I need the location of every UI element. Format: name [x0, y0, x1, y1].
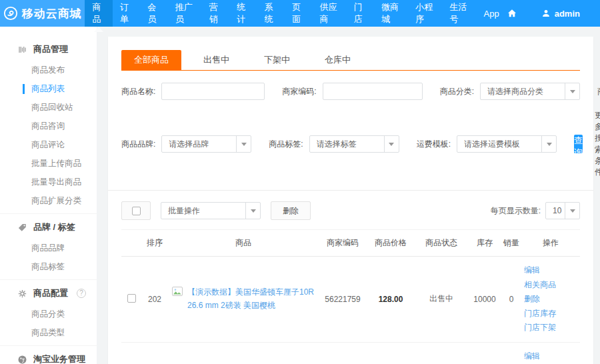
- brand-title: 移动云商城: [22, 6, 82, 21]
- nav-item-goods[interactable]: 商品: [85, 0, 112, 27]
- sidebar-item-goods-inquiry[interactable]: 商品咨询: [0, 117, 97, 135]
- group-label: 淘宝业务管理: [33, 353, 85, 364]
- stock: 568: [468, 342, 501, 364]
- brand-logo[interactable]: 移动云商城: [0, 0, 85, 27]
- goods-status-tabs: 全部商品 出售中 下架中 仓库中: [121, 37, 580, 71]
- nav-item-members[interactable]: 会员: [140, 0, 167, 27]
- column-stock: 库存: [468, 230, 501, 257]
- sidebar-item-goods-list[interactable]: 商品列表: [0, 79, 97, 98]
- sidebar-item-goods-brand[interactable]: 商品品牌: [0, 239, 97, 257]
- topbar: 移动云商城 商品 订单 会员 推广员 营销 统计 系统 页面 供应商 门店 微商…: [0, 0, 600, 27]
- goods-category-select[interactable]: 请选择商品分类: [480, 83, 580, 100]
- edit-link[interactable]: 编辑: [524, 351, 540, 361]
- goods-brand-select[interactable]: 请选择品牌: [161, 135, 251, 153]
- goods-name-label: 商品名称:: [121, 86, 155, 97]
- nav-item-orders[interactable]: 订单: [113, 0, 140, 27]
- column-checkbox: [121, 230, 141, 257]
- sidebar-group-goods-config[interactable]: 商品配置: [0, 282, 97, 305]
- product-thumbnail-icon: [172, 287, 183, 297]
- nav-item-promoters[interactable]: 推广员: [168, 0, 202, 27]
- search-button[interactable]: 查询: [574, 135, 583, 153]
- goods-kind-label: 商品种类:: [597, 86, 600, 97]
- status: 出售中: [415, 342, 468, 364]
- nav-item-lifeaccount[interactable]: 生活号: [442, 0, 476, 27]
- price: 39.00: [367, 342, 415, 364]
- column-status: 商品状态: [415, 230, 468, 257]
- group-label: 品牌 / 标签: [33, 221, 75, 233]
- chevron-down-icon: [565, 83, 579, 99]
- sidebar-item-extended-category[interactable]: 商品扩展分类: [0, 191, 97, 210]
- related-goods-link[interactable]: 相关商品: [524, 280, 556, 289]
- merchant-code-input[interactable]: [323, 83, 423, 100]
- nav-item-micromall[interactable]: 微商城: [374, 0, 408, 27]
- store-stock-link[interactable]: 门店库存: [524, 309, 556, 318]
- chevron-down-icon: [541, 136, 556, 152]
- price: 128.00: [367, 257, 415, 343]
- more-search-toggle[interactable]: 更多搜索条件: [595, 110, 600, 178]
- sort-value: 201: [141, 342, 168, 364]
- gear-icon: [17, 288, 27, 299]
- product-name-link[interactable]: 【演示数据】美国华盛顿车厘子10R 26.6 mm 2磅装 美国樱桃: [187, 286, 316, 313]
- main-content: 全部商品 出售中 下架中 仓库中 商品名称: 商家编码: 商品分类: 请选择商品…: [108, 37, 593, 364]
- chevron-down-icon: [245, 203, 260, 219]
- tag-icon: [17, 222, 27, 233]
- edit-link[interactable]: 编辑: [524, 265, 540, 275]
- sidebar-item-goods-tag[interactable]: 商品标签: [0, 257, 97, 276]
- chevron-down-icon: [565, 203, 579, 219]
- goods-tag-select[interactable]: 请选择标签: [309, 135, 399, 153]
- sidebar-item-goods-publish[interactable]: 商品发布: [0, 61, 97, 79]
- bulk-action-select[interactable]: 批量操作: [161, 202, 261, 219]
- delete-button[interactable]: 删除: [271, 201, 311, 220]
- sidebar: 商品管理 商品发布 商品列表 商品回收站 商品咨询 商品评论 批量上传商品 批量…: [0, 27, 97, 364]
- chevron-down-icon: [384, 136, 399, 152]
- user-icon: [541, 9, 551, 18]
- sidebar-item-goods-type[interactable]: 商品类型: [0, 323, 97, 342]
- column-sales: 销量: [501, 230, 521, 257]
- goods-tag-label: 商品标签:: [269, 139, 303, 150]
- user-menu[interactable]: admin: [541, 9, 580, 19]
- sidebar-item-goods-comments[interactable]: 商品评论: [0, 135, 97, 154]
- nav-item-miniprogram[interactable]: 小程序: [408, 0, 442, 27]
- home-icon[interactable]: [507, 8, 517, 19]
- freight-template-select[interactable]: 请选择运费模板: [457, 135, 557, 153]
- column-operations: 操作: [521, 230, 580, 257]
- delete-link[interactable]: 删除: [524, 294, 540, 303]
- sidebar-group-goods-management[interactable]: 商品管理: [0, 38, 97, 61]
- brand-swirl-icon: [3, 6, 18, 21]
- per-page-select[interactable]: 10: [545, 202, 580, 219]
- freight-template-label: 运费模板:: [417, 139, 451, 150]
- store-offshelf-link[interactable]: 门店下架: [524, 323, 556, 332]
- group-label: 商品管理: [33, 43, 68, 55]
- select-all-checkbox[interactable]: [121, 201, 151, 220]
- sidebar-item-goods-recycle[interactable]: 商品回收站: [0, 98, 97, 117]
- help-icon[interactable]: [77, 289, 86, 298]
- nav-item-suppliers[interactable]: 供应商: [313, 0, 347, 27]
- nav-item-pages[interactable]: 页面: [285, 0, 312, 27]
- nav-item-stores[interactable]: 门店: [347, 0, 374, 27]
- row-checkbox[interactable]: [127, 294, 136, 303]
- goods-brand-label: 商品品牌:: [121, 139, 155, 150]
- nav-item-statistics[interactable]: 统计: [229, 0, 257, 27]
- column-sort: 排序: [141, 230, 168, 257]
- group-label: 商品配置: [33, 287, 68, 299]
- sidebar-item-bulk-upload[interactable]: 批量上传商品: [0, 154, 97, 173]
- filter-panel: 商品名称: 商家编码: 商品分类: 请选择商品分类 商品种类: 请选择: [121, 71, 580, 178]
- sidebar-group-brand-tags[interactable]: 品牌 / 标签: [0, 216, 97, 239]
- nav-item-system[interactable]: 系统: [257, 0, 285, 27]
- nav-item-marketing[interactable]: 营销: [202, 0, 229, 27]
- nav-item-app[interactable]: App: [477, 0, 507, 27]
- taobao-circle-icon: [17, 354, 27, 364]
- tab-all-goods[interactable]: 全部商品: [121, 50, 181, 70]
- sort-value: 202: [141, 257, 168, 343]
- goods-category-label: 商品分类:: [440, 86, 474, 97]
- tab-off-shelf[interactable]: 下架中: [251, 50, 303, 70]
- sidebar-item-bulk-export[interactable]: 批量导出商品: [0, 173, 97, 191]
- tab-in-warehouse[interactable]: 仓库中: [312, 50, 363, 70]
- column-goods: 商品: [168, 230, 319, 257]
- column-price: 商品价格: [367, 230, 415, 257]
- tab-on-sale[interactable]: 出售中: [191, 50, 242, 70]
- sidebar-group-taobao[interactable]: 淘宝业务管理: [0, 348, 97, 364]
- goods-table: 排序 商品 商家编码 商品价格 商品状态 库存 销量 操作 202: [121, 229, 580, 364]
- sidebar-item-goods-category[interactable]: 商品分类: [0, 305, 97, 323]
- goods-name-input[interactable]: [161, 83, 265, 100]
